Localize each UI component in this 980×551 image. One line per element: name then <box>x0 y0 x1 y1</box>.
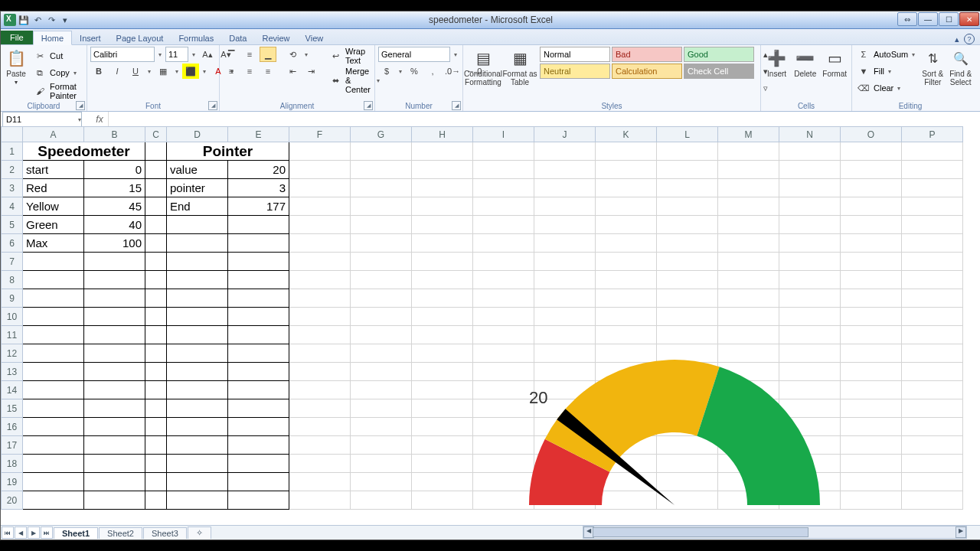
fx-icon[interactable]: fx <box>93 112 106 126</box>
cut-icon[interactable]: ✂ <box>31 48 48 64</box>
cell-A8[interactable] <box>23 271 84 289</box>
row-header-8[interactable]: 8 <box>2 271 23 289</box>
cell-H20[interactable] <box>412 491 473 510</box>
cell-C8[interactable] <box>145 271 167 289</box>
scroll-thumb[interactable] <box>593 527 808 537</box>
cell-B12[interactable] <box>84 344 145 363</box>
cell-P12[interactable] <box>902 344 963 363</box>
align-top-icon[interactable]: ▔ <box>223 47 240 62</box>
cell-C18[interactable] <box>145 455 167 473</box>
cell-O11[interactable] <box>841 326 902 344</box>
minimize-ribbon-icon[interactable]: ▴ <box>955 34 959 44</box>
cell-F7[interactable] <box>289 253 351 271</box>
format-as-table-button[interactable]: ▦Format as Table <box>503 47 537 88</box>
cell-A7[interactable] <box>23 253 84 271</box>
cell-E4[interactable]: 177 <box>228 197 289 216</box>
cell-H11[interactable] <box>412 326 473 344</box>
cell-P20[interactable] <box>902 491 963 510</box>
percent-icon[interactable]: % <box>406 64 423 79</box>
cell-K3[interactable] <box>596 179 657 197</box>
row-header-4[interactable]: 4 <box>2 197 23 216</box>
cell-P18[interactable] <box>902 455 963 473</box>
cell-A13[interactable] <box>23 363 84 381</box>
cell-B3[interactable]: 15 <box>84 179 145 197</box>
cell-F10[interactable] <box>289 308 351 326</box>
cell-B4[interactable]: 45 <box>84 197 145 216</box>
cell-C14[interactable] <box>145 381 167 399</box>
col-header-A[interactable]: A <box>23 127 84 142</box>
cell-A10[interactable] <box>23 308 84 326</box>
cell-L7[interactable] <box>657 253 718 271</box>
cell-K11[interactable] <box>596 326 657 344</box>
cell-G9[interactable] <box>351 289 412 308</box>
ribbon-min-icon[interactable]: ⇔ <box>897 12 917 26</box>
cell-G11[interactable] <box>351 326 412 344</box>
cell-J3[interactable] <box>534 179 596 197</box>
cell-P2[interactable] <box>902 161 963 179</box>
cell-H3[interactable] <box>412 179 473 197</box>
cell-C6[interactable] <box>145 234 167 253</box>
cell-C10[interactable] <box>145 308 167 326</box>
cell-N11[interactable] <box>779 326 841 344</box>
cell-B5[interactable]: 40 <box>84 216 145 234</box>
cell-A4[interactable]: Yellow <box>23 197 84 216</box>
cell-F5[interactable] <box>289 216 351 234</box>
cell-I5[interactable] <box>473 216 534 234</box>
col-header-P[interactable]: P <box>902 127 963 142</box>
cell-E13[interactable] <box>228 363 289 381</box>
cell-E18[interactable] <box>228 455 289 473</box>
cell-D14[interactable] <box>167 381 228 399</box>
cell-O16[interactable] <box>841 418 902 436</box>
minimize-button[interactable]: — <box>918 12 938 26</box>
cell-J10[interactable] <box>534 308 596 326</box>
cell-D3[interactable]: pointer <box>167 179 228 197</box>
cell-G1[interactable] <box>351 142 412 161</box>
cell-B13[interactable] <box>84 363 145 381</box>
row-header-13[interactable]: 13 <box>2 363 23 381</box>
cell-M9[interactable] <box>718 289 779 308</box>
cell-D4[interactable]: End <box>167 197 228 216</box>
cell-K9[interactable] <box>596 289 657 308</box>
cell-G7[interactable] <box>351 253 412 271</box>
cell-M10[interactable] <box>718 308 779 326</box>
cell-L10[interactable] <box>657 308 718 326</box>
row-header-20[interactable]: 20 <box>2 491 23 510</box>
cell-P8[interactable] <box>902 271 963 289</box>
col-header-K[interactable]: K <box>596 127 657 142</box>
cell-F9[interactable] <box>289 289 351 308</box>
cell-G10[interactable] <box>351 308 412 326</box>
cell-L4[interactable] <box>657 197 718 216</box>
row-header-18[interactable]: 18 <box>2 455 23 473</box>
redo-icon[interactable]: ↷ <box>45 14 57 26</box>
cell-G3[interactable] <box>351 179 412 197</box>
cell-M2[interactable] <box>718 161 779 179</box>
cell-P5[interactable] <box>902 216 963 234</box>
cell-H4[interactable] <box>412 197 473 216</box>
cell-C11[interactable] <box>145 326 167 344</box>
cell-J6[interactable] <box>534 234 596 253</box>
cell-N10[interactable] <box>779 308 841 326</box>
cell-H13[interactable] <box>412 363 473 381</box>
cell-J1[interactable] <box>534 142 596 161</box>
row-header-1[interactable]: 1 <box>2 142 23 161</box>
cell-J9[interactable] <box>534 289 596 308</box>
cell-D2[interactable]: value <box>167 161 228 179</box>
cell-P16[interactable] <box>902 418 963 436</box>
save-icon[interactable]: 💾 <box>18 14 30 26</box>
cell-L3[interactable] <box>657 179 718 197</box>
cell-E19[interactable] <box>228 473 289 491</box>
cell-A1[interactable]: Speedometer <box>23 142 145 161</box>
format-painter-icon[interactable]: 🖌 <box>31 83 48 99</box>
cell-H5[interactable] <box>412 216 473 234</box>
cell-F14[interactable] <box>289 381 351 399</box>
cell-E20[interactable] <box>228 491 289 510</box>
cell-D5[interactable] <box>167 216 228 234</box>
find-select-button[interactable]: 🔍Find & Select <box>948 47 973 88</box>
cell-P13[interactable] <box>902 363 963 381</box>
cell-C4[interactable] <box>145 197 167 216</box>
cell-K8[interactable] <box>596 271 657 289</box>
cell-H6[interactable] <box>412 234 473 253</box>
cell-B16[interactable] <box>84 418 145 436</box>
cell-D10[interactable] <box>167 308 228 326</box>
underline-button[interactable]: U <box>127 64 144 79</box>
